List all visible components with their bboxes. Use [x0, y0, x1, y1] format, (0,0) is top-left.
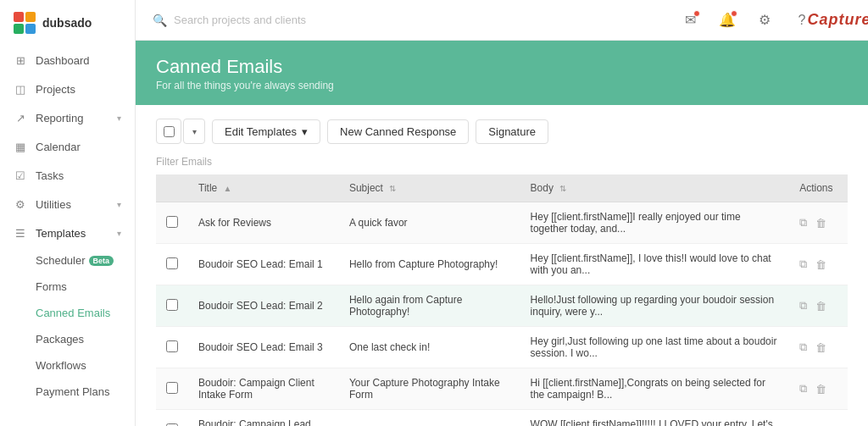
- payment-plans-label: Payment Plans: [36, 385, 109, 398]
- action-icons: ⧉ 🗑: [799, 382, 837, 396]
- row-checkbox[interactable]: [166, 299, 178, 311]
- content-area: ▾ Edit Templates ▾ New Canned Response S…: [136, 105, 868, 426]
- search-container: 🔍 Search projects and clients: [153, 14, 668, 27]
- sidebar-item-reporting[interactable]: ↗ Reporting ▾: [0, 103, 135, 132]
- delete-icon[interactable]: 🗑: [815, 300, 826, 313]
- dubsado-logo-icon: [14, 12, 36, 34]
- utilities-icon: ⚙: [14, 197, 27, 211]
- col-subject[interactable]: Subject ⇅: [339, 174, 520, 202]
- new-canned-response-button[interactable]: New Canned Response: [327, 119, 469, 144]
- row-title: Boudoir SEO Lead: Email 3: [188, 327, 339, 368]
- row-actions: ⧉ 🗑: [789, 368, 848, 410]
- scheduler-label: Scheduler: [36, 254, 86, 267]
- svg-rect-3: [25, 24, 36, 34]
- row-body: Hey girl,Just following up one last time…: [520, 327, 790, 368]
- sidebar-item-dashboard[interactable]: ⊞ Dashboard: [0, 46, 135, 75]
- sidebar-item-utilities[interactable]: ⚙ Utilities ▾: [0, 190, 135, 219]
- row-checkbox[interactable]: [166, 257, 178, 269]
- projects-icon: ◫: [14, 82, 27, 96]
- row-title: Ask for Reviews: [188, 202, 339, 244]
- row-body: WOW [[client.firstName]]!!!!! I LOVED yo…: [520, 410, 790, 427]
- copy-icon[interactable]: ⧉: [799, 299, 807, 313]
- capture-brand: Capture: [827, 8, 851, 32]
- table-row: Boudoir: Campaign Lead Email 1 Hello fro…: [156, 410, 848, 427]
- action-icons: ⧉ 🗑: [799, 340, 837, 354]
- search-input[interactable]: Search projects and clients: [174, 14, 306, 26]
- sidebar-item-scheduler[interactable]: Scheduler Beta: [0, 247, 135, 274]
- copy-icon[interactable]: ⧉: [799, 382, 807, 396]
- body-sort-icon: ⇅: [559, 184, 566, 193]
- sidebar-item-calendar[interactable]: ▦ Calendar: [0, 132, 135, 161]
- sidebar-item-payment-plans[interactable]: Payment Plans: [0, 379, 135, 405]
- table-row: Ask for Reviews A quick favor Hey [[clie…: [156, 202, 848, 244]
- row-title: Boudoir: Campaign Client Intake Form: [188, 368, 339, 410]
- select-dropdown[interactable]: ▾: [183, 119, 205, 144]
- row-checkbox[interactable]: [166, 382, 178, 394]
- sidebar-item-workflows[interactable]: Workflows: [0, 352, 135, 379]
- copy-icon[interactable]: ⧉: [799, 257, 807, 271]
- sidebar-item-tasks[interactable]: ☑ Tasks: [0, 161, 135, 190]
- row-checkbox[interactable]: [166, 340, 178, 352]
- sidebar-label-calendar: Calendar: [36, 141, 121, 153]
- select-all-input[interactable]: [164, 126, 175, 137]
- sidebar-label-reporting: Reporting: [36, 112, 108, 124]
- col-actions: Actions: [789, 174, 848, 202]
- col-checkbox: [156, 174, 188, 202]
- sidebar-nav: ⊞ Dashboard ◫ Projects ↗ Reporting ▾ ▦ C…: [0, 46, 135, 426]
- table-row: Boudoir SEO Lead: Email 3 One last check…: [156, 327, 848, 368]
- col-title[interactable]: Title ▲: [188, 174, 339, 202]
- edit-templates-button[interactable]: Edit Templates ▾: [212, 119, 320, 144]
- row-actions: ⧉ 🗑: [789, 285, 848, 327]
- row-subject: One last check in!: [339, 327, 520, 368]
- utilities-chevron: ▾: [117, 200, 121, 209]
- delete-icon[interactable]: 🗑: [815, 383, 826, 396]
- page-header: Canned Emails For all the things you're …: [136, 41, 868, 105]
- tasks-icon: ☑: [14, 169, 27, 182]
- row-title: Boudoir SEO Lead: Email 1: [188, 244, 339, 285]
- delete-icon[interactable]: 🗑: [815, 341, 826, 354]
- col-body-label: Body: [531, 182, 554, 194]
- mail-notification: [693, 10, 700, 17]
- copy-icon[interactable]: ⧉: [799, 216, 807, 230]
- mail-icon[interactable]: ✉: [678, 8, 702, 32]
- select-all-checkbox[interactable]: [156, 119, 181, 144]
- row-checkbox[interactable]: [166, 423, 178, 427]
- delete-icon[interactable]: 🗑: [815, 217, 826, 230]
- brand-name: dubsado: [42, 16, 92, 30]
- sidebar-item-forms[interactable]: Forms: [0, 274, 135, 300]
- svg-rect-2: [14, 24, 24, 34]
- settings-icon[interactable]: ⚙: [753, 8, 776, 32]
- canned-emails-table: Title ▲ Subject ⇅ Body ⇅ Actions: [156, 174, 848, 426]
- main-content: 🔍 Search projects and clients ✉ 🔔 ⚙ ? Ca…: [136, 0, 868, 426]
- signature-button[interactable]: Signature: [476, 119, 548, 144]
- sidebar-item-canned-emails[interactable]: Canned Emails: [0, 300, 135, 326]
- title-sort-icon: ▲: [224, 184, 232, 193]
- row-subject: Your Capture Photography Intake Form: [339, 368, 520, 410]
- col-body[interactable]: Body ⇅: [520, 174, 790, 202]
- bell-notification: [731, 10, 737, 17]
- row-actions: ⧉ 🗑: [789, 410, 848, 427]
- sidebar-item-packages[interactable]: Packages: [0, 326, 135, 352]
- sidebar-item-templates[interactable]: ☰ Templates ▾: [0, 219, 135, 247]
- row-checkbox[interactable]: [166, 216, 178, 228]
- edit-templates-label: Edit Templates: [225, 125, 297, 138]
- sidebar-item-projects[interactable]: ◫ Projects: [0, 75, 135, 103]
- dashboard-icon: ⊞: [14, 53, 27, 67]
- row-checkbox-cell: [156, 327, 188, 368]
- delete-icon[interactable]: 🗑: [815, 258, 826, 271]
- calendar-icon: ▦: [14, 140, 27, 153]
- bell-icon[interactable]: 🔔: [715, 8, 739, 32]
- sidebar-label-utilities: Utilities: [36, 198, 108, 211]
- col-subject-label: Subject: [349, 182, 383, 194]
- edit-templates-chevron: ▾: [302, 125, 308, 138]
- row-subject: Hello from Capture Photography!: [339, 244, 520, 285]
- svg-rect-1: [25, 12, 36, 22]
- toolbar: ▾ Edit Templates ▾ New Canned Response S…: [156, 119, 848, 144]
- copy-icon[interactable]: ⧉: [799, 340, 807, 354]
- table-row: Boudoir SEO Lead: Email 1 Hello from Cap…: [156, 244, 848, 285]
- beta-badge: Beta: [89, 256, 114, 266]
- page-subtitle: For all the things you're always sending: [156, 80, 848, 91]
- subject-sort-icon: ⇅: [389, 184, 396, 193]
- search-icon: 🔍: [153, 14, 167, 27]
- new-canned-label: New Canned Response: [340, 125, 456, 138]
